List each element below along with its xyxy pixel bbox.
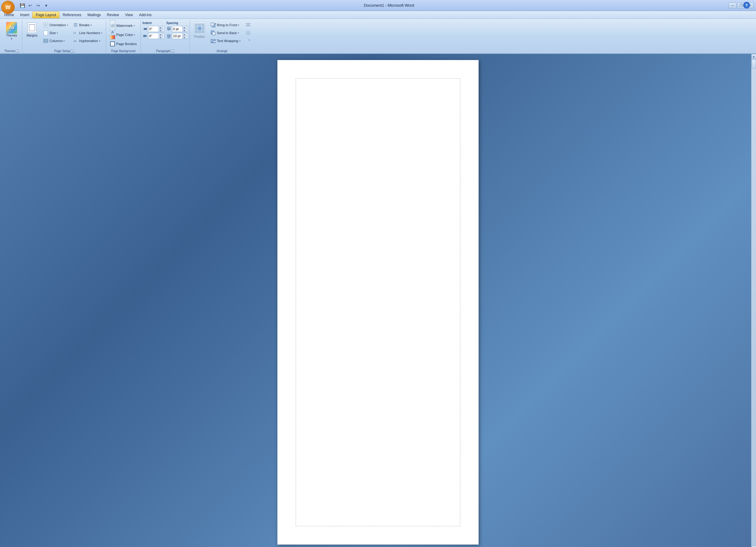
watermark-arrow: ▾ — [134, 24, 135, 27]
menu-review[interactable]: Review — [104, 12, 122, 18]
vertical-scrollbar[interactable]: ▲ ▼ — [751, 54, 756, 547]
ribbon: Aa Themes ▾ Themes ↘ — [0, 19, 756, 54]
text-wrapping-button[interactable]: Text Wrapping ▾ — [209, 37, 242, 45]
text-wrapping-label: Text Wrapping — [217, 39, 238, 43]
send-to-back-button[interactable]: Send to Back ▾ — [209, 29, 242, 37]
indent-left-up[interactable]: ▲ — [159, 26, 163, 29]
hyphenation-icon: ab- — [73, 38, 78, 44]
watermark-icon-graphic: W — [110, 20, 115, 31]
svg-rect-10 — [143, 36, 146, 37]
office-logo: W — [5, 4, 11, 11]
pos-cell-5 — [198, 27, 201, 30]
spacing-before-input[interactable]: 0 pt ▲ ▼ — [172, 26, 188, 32]
spacing-after-input[interactable]: 10 pt ▲ ▼ — [172, 33, 188, 39]
themes-group: Aa Themes ▾ Themes ↘ — [1, 20, 22, 53]
page-color-icon: A — [110, 32, 115, 38]
indent-left-down[interactable]: ▼ — [159, 29, 163, 32]
customize-qa-button[interactable]: ▾ — [43, 2, 49, 9]
page-borders-button[interactable]: Page Borders — [108, 40, 138, 48]
pos-cell-9 — [201, 30, 205, 33]
bring-to-front-button[interactable]: Bring to Front ▾ — [209, 21, 242, 29]
size-button[interactable]: Size ▾ — [41, 29, 70, 37]
save-button[interactable]: 💾 — [19, 2, 26, 9]
svg-rect-23 — [212, 32, 215, 35]
spacing-after-up[interactable]: ▲ — [182, 33, 187, 36]
spacing-before-up[interactable]: ▲ — [182, 26, 187, 29]
orientation-button[interactable]: Orientation ▾ — [41, 21, 70, 29]
rotate-button[interactable] — [244, 37, 253, 45]
spacing-after-down[interactable]: ▼ — [182, 36, 187, 39]
quick-access-toolbar: 💾 ↩ ↪ ▾ — [19, 2, 49, 9]
page-setup-small-buttons: Orientation ▾ Size ▾ — [41, 21, 70, 48]
breaks-button[interactable]: Breaks ▾ — [71, 21, 104, 29]
text-wrapping-icon — [211, 38, 216, 44]
scroll-down-button[interactable]: ▼ — [751, 546, 756, 547]
office-button[interactable]: W — [1, 1, 15, 14]
svg-marker-21 — [215, 23, 216, 24]
svg-rect-32 — [246, 31, 248, 33]
paragraph-expand-button[interactable]: ↘ — [171, 50, 174, 53]
columns-button[interactable]: Columns ▾ — [41, 37, 70, 45]
columns-label: Columns — [49, 39, 62, 43]
svg-rect-15 — [167, 35, 171, 35]
indent-left-row: 0" ▲ ▼ — [143, 26, 164, 32]
svg-text:ab-: ab- — [73, 40, 77, 42]
size-label: Size — [49, 31, 56, 35]
document-content-area[interactable] — [296, 78, 460, 526]
position-icon-graphic — [194, 22, 206, 35]
svg-rect-25 — [211, 39, 213, 42]
align-button[interactable] — [244, 21, 253, 29]
orientation-label: Orientation — [49, 23, 66, 27]
position-button[interactable]: Position — [192, 21, 208, 40]
menu-mailings[interactable]: Mailings — [84, 12, 104, 18]
themes-label: Themes — [6, 34, 17, 38]
indent-left-spinners: ▲ ▼ — [159, 26, 163, 32]
spacing-before-down[interactable]: ▼ — [182, 29, 187, 32]
svg-rect-20 — [211, 23, 214, 26]
pos-cell-7 — [195, 30, 198, 33]
scroll-up-button[interactable]: ▲ — [751, 54, 756, 59]
rotate-icon — [245, 38, 251, 44]
margins-button[interactable]: Margins — [24, 21, 40, 48]
page-color-label: Page Color — [116, 33, 133, 37]
svg-rect-30 — [247, 24, 250, 25]
indent-section: Indent 0" — [143, 21, 164, 39]
indent-right-down[interactable]: ▼ — [159, 36, 163, 39]
line-numbers-button[interactable]: 1≡ Line Numbers ▾ — [71, 29, 104, 37]
spacing-after-icon — [166, 34, 171, 38]
themes-button[interactable]: Aa Themes ▾ — [3, 21, 20, 41]
svg-rect-31 — [246, 26, 251, 26]
group-button[interactable] — [244, 29, 253, 37]
watermark-button[interactable]: W Watermark ▾ — [108, 21, 138, 30]
indent-right-up[interactable]: ▲ — [159, 33, 163, 36]
document-page[interactable] — [277, 60, 479, 545]
indent-right-input[interactable]: 0" ▲ ▼ — [148, 33, 164, 39]
hyphenation-arrow: ▾ — [99, 40, 100, 42]
indent-right-spinners: ▲ ▼ — [159, 33, 163, 39]
svg-rect-35 — [248, 33, 250, 35]
page-setup-small-buttons-2: Breaks ▾ 1≡ Line Numbers ▾ ab- — [71, 21, 104, 48]
indent-right-row: 0" ▲ ▼ — [143, 33, 164, 39]
menu-references[interactable]: References — [59, 12, 84, 18]
redo-button[interactable]: ↪ — [35, 2, 41, 9]
svg-rect-16 — [167, 36, 171, 37]
document-area: ▲ ▼ — [0, 54, 756, 547]
menu-addins[interactable]: Add-Ins — [136, 12, 155, 18]
undo-button[interactable]: ↩ — [27, 2, 34, 9]
svg-rect-6 — [144, 28, 147, 29]
help-button[interactable]: ? — [743, 2, 750, 9]
position-icon — [194, 22, 206, 34]
size-arrow: ▾ — [57, 32, 58, 34]
hyphenation-button[interactable]: ab- Hyphenation ▾ — [71, 37, 104, 45]
menu-insert[interactable]: Insert — [17, 12, 32, 18]
indent-left-input[interactable]: 0" ▲ ▼ — [148, 26, 164, 32]
themes-icon-graphic: Aa — [6, 22, 17, 34]
minimize-button[interactable]: ─ — [729, 2, 736, 9]
spacing-before-icon — [166, 27, 171, 31]
menu-page-layout[interactable]: Page Layout — [32, 12, 59, 18]
menu-view[interactable]: View — [122, 12, 136, 18]
scroll-thumb[interactable] — [752, 59, 756, 69]
themes-expand-button[interactable]: ↘ — [16, 50, 19, 53]
page-setup-expand-button[interactable]: ↘ — [71, 50, 74, 53]
page-color-button[interactable]: A Page Color ▾ — [108, 30, 138, 39]
